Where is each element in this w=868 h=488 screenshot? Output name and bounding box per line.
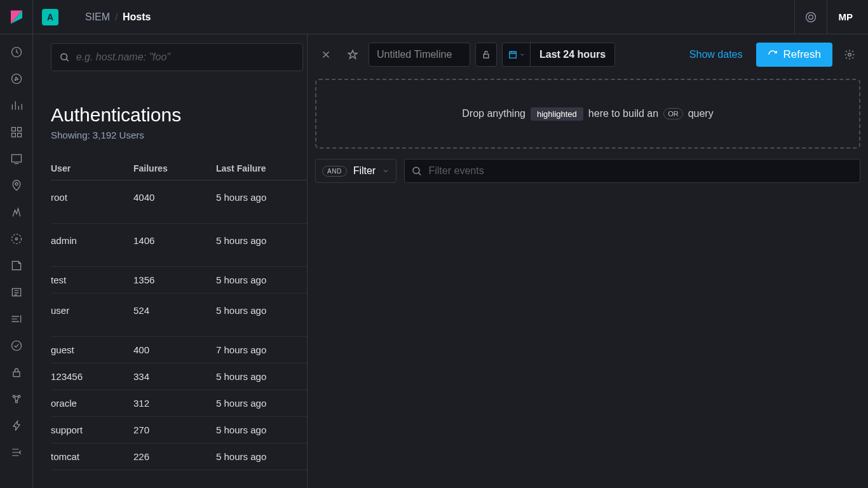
table-row[interactable]: guest4007 hours ago — [51, 337, 307, 363]
cell-last_failure: 5 hours ago — [216, 267, 307, 294]
and-filter-dropdown[interactable]: AND Filter — [315, 159, 397, 183]
rail-infrastructure-icon[interactable] — [5, 227, 28, 250]
rail-discover-icon[interactable] — [5, 67, 28, 90]
svg-rect-8 — [11, 133, 15, 137]
svg-point-15 — [11, 341, 21, 351]
date-picker[interactable]: Last 24 hours — [502, 43, 615, 67]
rail-apm-icon[interactable] — [5, 281, 28, 304]
topbar: A SIEM / Hosts MP — [0, 0, 868, 34]
cell-last_failure: 5 hours ago — [216, 224, 307, 267]
favorite-star-icon[interactable] — [342, 44, 363, 65]
svg-point-3 — [808, 15, 813, 19]
table-row[interactable]: support2705 hours ago — [51, 417, 307, 444]
table-row[interactable]: user5245 hours ago — [51, 294, 307, 337]
search-icon — [411, 165, 422, 177]
calendar-icon — [508, 50, 518, 60]
lock-icon[interactable] — [475, 43, 497, 67]
rail-dashboard-icon[interactable] — [5, 121, 28, 144]
svg-rect-22 — [509, 51, 516, 58]
svg-rect-10 — [11, 154, 21, 162]
timeline-pane: Last 24 hours Show dates Refresh Drop an… — [308, 34, 868, 488]
rail-canvas-icon[interactable] — [5, 147, 28, 170]
chevron-down-icon — [382, 167, 390, 175]
and-chip: AND — [322, 166, 347, 177]
cell-last_failure: 5 hours ago — [216, 390, 307, 417]
table-row[interactable]: admin14065 hours ago — [51, 224, 307, 267]
cell-failures: 226 — [133, 444, 216, 470]
dropzone-text-pre: Drop anything — [462, 108, 526, 119]
breadcrumb-siem[interactable]: SIEM — [80, 11, 115, 23]
filter-bar: AND Filter — [315, 158, 860, 184]
section-subtitle: Showing: 3,192 Users — [51, 130, 307, 140]
events-search-input[interactable] — [428, 165, 853, 177]
table-row[interactable]: test13565 hours ago — [51, 267, 307, 294]
col-failures[interactable]: Failures — [133, 158, 216, 180]
kibana-logo[interactable] — [0, 0, 33, 34]
rail-ml-icon[interactable] — [5, 201, 28, 224]
svg-rect-6 — [11, 128, 15, 132]
rail-security-icon[interactable] — [5, 361, 28, 384]
auth-table: User Failures Last Failure root40405 hou… — [51, 158, 307, 470]
rail-devtools-icon[interactable] — [5, 414, 28, 437]
cell-failures: 1406 — [133, 224, 216, 267]
rail-collapse-icon[interactable] — [5, 441, 28, 464]
query-dropzone[interactable]: Drop anything highlighted here to build … — [315, 79, 860, 149]
table-row[interactable]: 1234563345 hours ago — [51, 363, 307, 390]
dropzone-highlighted-pill: highlighted — [531, 107, 583, 121]
rail-siem-icon[interactable] — [5, 334, 28, 357]
events-search[interactable] — [404, 159, 860, 183]
cell-failures: 524 — [133, 294, 216, 337]
rail-uptime-icon[interactable] — [5, 308, 28, 330]
cell-failures: 400 — [133, 337, 216, 363]
cell-last_failure: 7 hours ago — [216, 337, 307, 363]
svg-rect-7 — [17, 128, 21, 132]
cell-failures: 334 — [133, 363, 216, 390]
show-dates-link[interactable]: Show dates — [681, 49, 752, 60]
refresh-button[interactable]: Refresh — [756, 43, 832, 67]
cell-failures: 1356 — [133, 267, 216, 294]
table-row[interactable]: tomcat2265 hours ago — [51, 444, 307, 470]
table-row[interactable]: root40405 hours ago — [51, 180, 307, 224]
svg-rect-9 — [17, 133, 21, 137]
kql-search-input[interactable] — [76, 51, 295, 63]
rail-visualize-icon[interactable] — [5, 94, 28, 117]
timeline-header: Last 24 hours Show dates Refresh — [315, 41, 860, 69]
table-row[interactable]: oracle3125 hours ago — [51, 390, 307, 417]
kql-search[interactable] — [51, 43, 303, 71]
date-range-label: Last 24 hours — [531, 49, 614, 60]
timeline-title-input[interactable] — [369, 43, 470, 67]
col-last-failure[interactable]: Last Failure — [216, 158, 307, 180]
svg-point-24 — [413, 167, 419, 173]
cell-user: support — [51, 417, 133, 444]
svg-point-5 — [11, 74, 21, 84]
user-menu[interactable]: MP — [827, 11, 860, 22]
cell-user: oracle — [51, 390, 133, 417]
dropzone-text-mid: here to build an — [588, 108, 658, 119]
section-title: Authentications — [51, 104, 307, 126]
cell-last_failure: 5 hours ago — [216, 363, 307, 390]
cell-failures: 270 — [133, 417, 216, 444]
breadcrumb-hosts[interactable]: Hosts — [118, 11, 156, 23]
cell-user: guest — [51, 337, 133, 363]
rail-maps-icon[interactable] — [5, 174, 28, 197]
dropzone-text-post: query — [688, 108, 714, 119]
svg-point-11 — [15, 182, 17, 185]
cell-last_failure: 5 hours ago — [216, 444, 307, 470]
rail-logs-icon[interactable] — [5, 254, 28, 277]
svg-point-12 — [11, 234, 21, 244]
rail-recent-icon[interactable] — [5, 41, 28, 64]
filter-label: Filter — [353, 165, 376, 177]
cell-user: user — [51, 294, 133, 337]
close-timeline-button[interactable] — [315, 44, 337, 65]
cell-last_failure: 5 hours ago — [216, 417, 307, 444]
svg-point-23 — [848, 53, 851, 57]
rail-graph-icon[interactable] — [5, 388, 28, 410]
col-user[interactable]: User — [51, 158, 133, 180]
refresh-icon — [768, 50, 778, 60]
nav-rail — [0, 34, 33, 488]
svg-point-13 — [15, 238, 17, 240]
space-badge[interactable]: A — [42, 9, 58, 25]
newsfeed-icon[interactable] — [794, 0, 827, 34]
svg-rect-21 — [484, 54, 489, 58]
timeline-settings-icon[interactable] — [839, 44, 860, 65]
